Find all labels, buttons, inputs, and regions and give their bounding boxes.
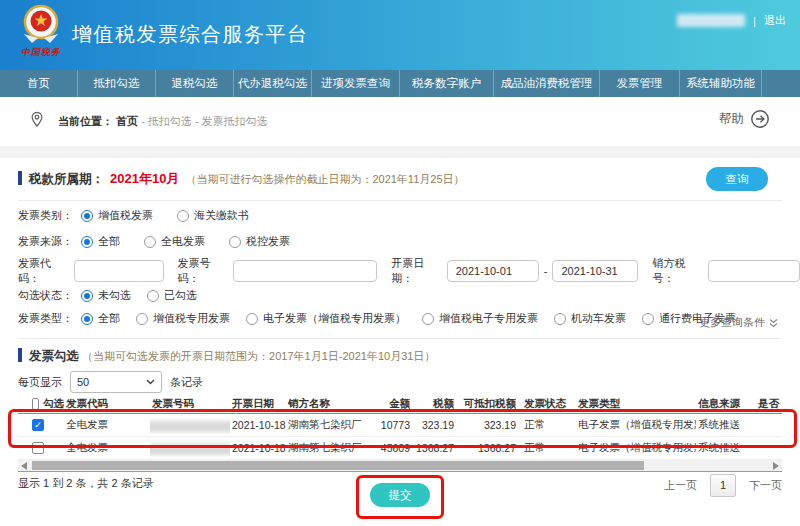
- cell-amount: 10773: [366, 419, 410, 431]
- logout-link[interactable]: 退出: [764, 13, 786, 28]
- table-header-row: 勾选 发票代码 发票号码 开票日期 销方名称 金额 税额 可抵扣税额 发票状态 …: [18, 394, 782, 414]
- row-checkbox[interactable]: [32, 442, 44, 454]
- column-amount: 金额: [366, 397, 410, 411]
- radio-icon: [81, 210, 93, 222]
- column-invoice-number: 发票号码: [150, 397, 230, 411]
- invoice-source-label: 发票来源：: [18, 234, 73, 249]
- horizontal-scrollbar[interactable]: [18, 460, 782, 471]
- radio-label: 已勾选: [164, 288, 197, 303]
- radio-label: 海关缴款书: [194, 208, 249, 223]
- table-row-2: 全电发票 2021-10-18 湖南第七染织厂 45609 1368.27 13…: [18, 437, 782, 460]
- page-size-row: 每页显示 50 条记录: [18, 371, 203, 393]
- cell-invoice-source: 全电发票: [64, 418, 150, 432]
- cell-tax: 1368.27: [410, 442, 454, 454]
- filter-check-status: 勾选状态： 未勾选 已勾选: [18, 288, 221, 303]
- radio-label: 增值税专用发票: [153, 311, 230, 326]
- radio-label: 增值税电子专用发票: [439, 311, 538, 326]
- submit-button[interactable]: 提交: [370, 483, 430, 507]
- more-query-conditions-link[interactable]: 更多查询条件: [699, 315, 778, 330]
- scroll-left-arrow-icon[interactable]: [21, 462, 27, 470]
- radio-icon: [147, 290, 159, 302]
- radio-label: 电子发票（增值税专用发票）: [263, 311, 406, 326]
- column-invoice-code: 发票代码: [64, 397, 150, 411]
- radio-icon: [642, 313, 654, 325]
- help-label: 帮助: [719, 111, 744, 128]
- radio-customs-payment[interactable]: 海关缴款书: [177, 208, 249, 223]
- column-invoice-status: 发票状态: [516, 397, 566, 411]
- seller-tax-no-input[interactable]: [708, 260, 800, 282]
- radio-source-tax-controlled[interactable]: 税控发票: [229, 234, 290, 249]
- radio-source-fully-digital[interactable]: 全电发票: [144, 234, 205, 249]
- nav-tab-input-invoice-query[interactable]: 进项发票查询: [312, 70, 400, 97]
- filter-invoice-type: 发票类型： 全部 增值税专用发票 电子发票（增值税专用发票） 增值税电子专用发票…: [18, 311, 760, 326]
- radio-icon: [422, 313, 434, 325]
- invoice-number-input[interactable]: [233, 260, 377, 282]
- radio-icon: [229, 236, 241, 248]
- radio-type-e-invoice-vat-special[interactable]: 电子发票（增值税专用发票）: [246, 311, 406, 326]
- invoice-type-label: 发票类型：: [18, 311, 73, 326]
- cell-info-source: 系统推送: [696, 441, 750, 455]
- invoice-date-from-input[interactable]: [447, 260, 539, 282]
- section-separator-band: [0, 146, 800, 158]
- nav-tab-refined-oil-tax[interactable]: 成品油消费税管理: [494, 70, 600, 97]
- next-page-link[interactable]: 下一页: [749, 478, 782, 493]
- seller-tax-no-label: 销方税号：: [652, 256, 700, 286]
- column-check: 勾选: [43, 397, 64, 411]
- radio-label: 全部: [98, 311, 120, 326]
- redacted-invoice-number: [150, 444, 230, 455]
- radio-type-motor-vehicle[interactable]: 机动车发票: [554, 311, 626, 326]
- radio-icon: [144, 236, 156, 248]
- logo-caption: 中国税务: [13, 46, 69, 59]
- cell-seller-name: 湖南第七染织厂: [286, 418, 366, 432]
- radio-label: 税控发票: [246, 234, 290, 249]
- prev-page-link[interactable]: 上一页: [664, 478, 697, 493]
- page-number-box[interactable]: 1: [710, 474, 736, 497]
- user-area: | 退出: [677, 13, 786, 28]
- radio-unchecked[interactable]: 未勾选: [81, 288, 131, 303]
- page-size-select[interactable]: 50: [70, 371, 162, 393]
- invoice-code-input[interactable]: [74, 260, 164, 282]
- cell-invoice-date: 2021-10-18: [230, 419, 286, 431]
- divider: [18, 200, 782, 201]
- column-extra: 是否: [750, 397, 782, 411]
- user-separator: |: [753, 15, 756, 27]
- tax-period-note: （当期可进行勾选操作的截止日期为：2021年11月25日）: [185, 173, 464, 185]
- radio-label: 全电发票: [161, 234, 205, 249]
- nav-tab-agent-refund-check[interactable]: 代办退税勾选: [234, 70, 312, 97]
- scroll-right-arrow-icon[interactable]: [773, 462, 779, 470]
- radio-type-all[interactable]: 全部: [81, 311, 120, 326]
- invoice-selection-note: （当期可勾选发票的开票日期范围为：2017年1月1日-2021年10月31日）: [82, 350, 435, 362]
- breadcrumb-trail: - 抵扣勾选 - 发票抵扣勾选: [141, 115, 268, 127]
- radio-type-vat-special[interactable]: 增值税专用发票: [136, 311, 230, 326]
- nav-tab-refund-check[interactable]: 退税勾选: [156, 70, 234, 97]
- location-pin-icon: [27, 110, 47, 132]
- page-size-value: 50: [77, 376, 89, 388]
- radio-type-vat-e-special[interactable]: 增值税电子专用发票: [422, 311, 538, 326]
- page-size-prefix: 每页显示: [18, 375, 62, 390]
- radio-source-all[interactable]: 全部: [81, 234, 120, 249]
- pagination: 上一页 1 下一页: [664, 474, 782, 497]
- nav-tab-invoice-management[interactable]: 发票管理: [600, 70, 680, 97]
- app-header: 中国税务 增值税发票综合服务平台 | 退出: [0, 0, 800, 70]
- nav-tab-deduction-check[interactable]: 抵扣勾选: [78, 70, 156, 97]
- china-tax-logo-icon: 中国税务: [13, 4, 69, 66]
- radio-icon: [246, 313, 258, 325]
- radio-vat-invoice[interactable]: 增值税发票: [81, 208, 153, 223]
- breadcrumb-home-link[interactable]: 首页: [116, 115, 138, 127]
- invoice-date-to-input[interactable]: [552, 260, 638, 282]
- invoice-code-label: 发票代码：: [18, 256, 66, 286]
- nav-tab-tax-digital-account[interactable]: 税务数字账户: [400, 70, 494, 97]
- row-checkbox[interactable]: [32, 419, 44, 431]
- nav-tab-home[interactable]: 首页: [0, 70, 78, 97]
- radio-checked[interactable]: 已勾选: [147, 288, 197, 303]
- radio-label: 全部: [98, 234, 120, 249]
- select-all-checkbox[interactable]: [32, 398, 39, 410]
- page-size-suffix: 条记录: [170, 375, 203, 390]
- column-deductible-tax: 可抵扣税额: [454, 397, 516, 411]
- cell-amount: 45609: [366, 442, 410, 454]
- radio-icon: [554, 313, 566, 325]
- nav-tab-system-assist[interactable]: 系统辅助功能: [680, 70, 762, 97]
- query-button[interactable]: 查询: [706, 167, 768, 191]
- help-button[interactable]: 帮助: [719, 109, 770, 129]
- scrollbar-thumb[interactable]: [32, 461, 644, 470]
